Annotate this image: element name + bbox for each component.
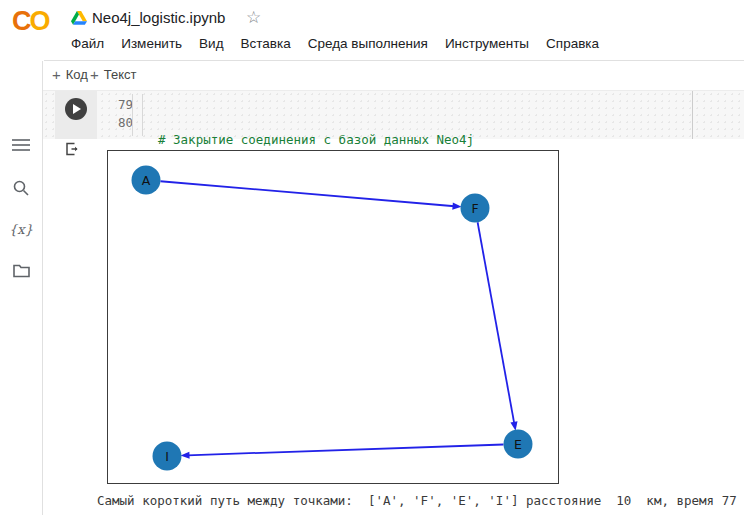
menu-item-file[interactable]: Файл <box>71 36 104 51</box>
play-icon <box>73 104 81 114</box>
code-line-comment: # Закрытие соединения с базой данных Neo… <box>158 131 474 149</box>
header-divider <box>44 60 744 61</box>
left-sidebar: {x} <> <box>0 61 43 515</box>
menu-item-edit[interactable]: Изменить <box>121 36 182 51</box>
variables-icon[interactable]: {x} <box>0 222 42 237</box>
files-folder-icon[interactable] <box>0 264 42 282</box>
plus-icon: + <box>90 66 99 83</box>
add-text-button[interactable]: + Текст <box>90 66 137 83</box>
plus-icon: + <box>52 66 61 83</box>
menu-item-insert[interactable]: Вставка <box>241 36 291 51</box>
notebook-title[interactable]: Neo4j_logistic.ipynb <box>92 9 225 26</box>
line-number: 79 <box>95 96 133 114</box>
add-code-button[interactable]: + Код <box>52 66 88 83</box>
indent-guide <box>142 94 143 136</box>
run-cell-button[interactable] <box>65 98 87 120</box>
line-number: 80 <box>95 114 133 132</box>
cell-gutter <box>55 91 97 139</box>
google-drive-icon <box>71 11 87 25</box>
table-of-contents-icon[interactable] <box>0 138 42 156</box>
menu-item-runtime[interactable]: Среда выполнения <box>308 36 428 51</box>
output-result-text: Самый короткий путь между точками: ['A',… <box>97 493 744 508</box>
add-text-label: Текст <box>104 67 137 82</box>
menu-item-help[interactable]: Справка <box>546 36 599 51</box>
menu-bar: Файл Изменить Вид Вставка Среда выполнен… <box>71 36 599 51</box>
code-cell[interactable]: 79 80 # Закрытие соединения с базой данн… <box>43 90 744 139</box>
graph-node-label: F <box>471 201 478 216</box>
star-icon[interactable]: ☆ <box>246 7 261 28</box>
search-icon[interactable] <box>0 180 42 200</box>
menu-item-view[interactable]: Вид <box>199 36 223 51</box>
cell-output-icon <box>65 142 79 160</box>
network-graph: AFEI <box>108 151 558 483</box>
menu-item-tools[interactable]: Инструменты <box>445 36 529 51</box>
graph-node-label: E <box>514 437 522 452</box>
add-code-label: Код <box>66 67 88 82</box>
graph-node-label: A <box>142 173 151 188</box>
colab-logo[interactable]: CO <box>12 6 49 36</box>
output-plot: AFEI <box>107 150 559 484</box>
cell-right-divider <box>692 91 693 139</box>
indent-guide <box>132 94 133 136</box>
graph-node-label: I <box>165 449 169 464</box>
line-numbers: 79 80 <box>95 96 133 131</box>
